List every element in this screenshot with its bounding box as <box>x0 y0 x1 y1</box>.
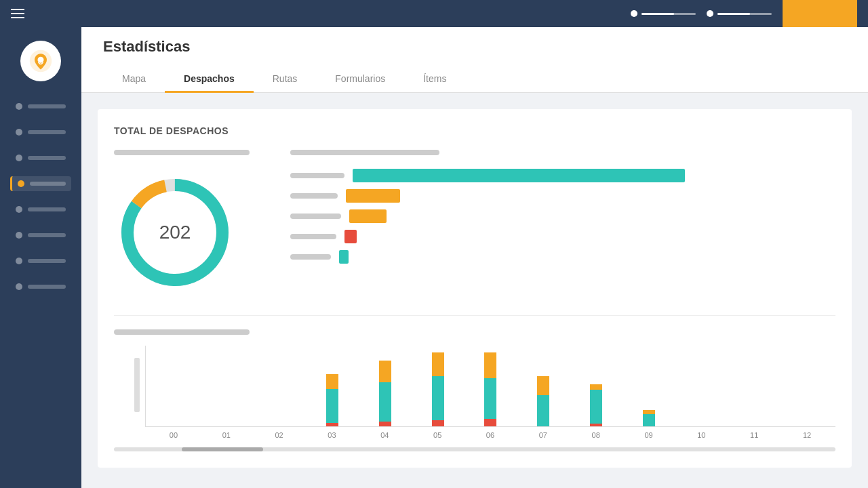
topbar-control-2 <box>707 10 772 17</box>
hbar-bar-1 <box>353 169 685 182</box>
sidebar-dot-3 <box>16 155 22 161</box>
vbar-group-06 <box>465 352 517 426</box>
vbar-teal-04 <box>379 382 391 422</box>
sidebar-line-1 <box>28 104 66 108</box>
sidebar-line-5 <box>28 207 66 211</box>
sidebar-item-6[interactable] <box>10 228 71 243</box>
donut-label-bar <box>114 150 250 155</box>
bottom-section: 00 01 02 03 04 05 06 07 08 09 10 <box>114 315 835 451</box>
topbar <box>0 0 868 27</box>
tabs: Mapa Despachos Rutas Formularios Ítems <box>103 66 846 92</box>
sidebar-line-2 <box>28 130 66 134</box>
vbar-red-04 <box>379 422 391 426</box>
vbar-yellow-08 <box>590 384 602 390</box>
sidebar-dot-4 <box>18 180 24 187</box>
x-label-04: 04 <box>359 431 410 439</box>
vbar-bars <box>145 346 835 427</box>
horizontal-bars <box>290 169 835 264</box>
vbar-red-08 <box>590 424 602 426</box>
scroll-thumb[interactable] <box>182 447 263 451</box>
page-header: Estadísticas Mapa Despachos Rutas Formul… <box>81 27 868 93</box>
hbar-label-4 <box>290 234 336 239</box>
hbar-label-3 <box>290 214 341 219</box>
hbar-label-1 <box>290 173 344 178</box>
page-title: Estadísticas <box>103 38 846 56</box>
x-label-03: 03 <box>307 431 358 439</box>
vbar-teal-09 <box>643 414 655 426</box>
tab-items[interactable]: Ítems <box>404 66 465 93</box>
vbar-yellow-05 <box>432 352 444 376</box>
vbar-teal-05 <box>432 376 444 420</box>
topbar-slider-1[interactable] <box>642 13 696 15</box>
scroll-track[interactable] <box>114 447 835 451</box>
sidebar-item-3[interactable] <box>10 150 71 165</box>
sidebar-dot-7 <box>16 258 22 264</box>
tab-mapa[interactable]: Mapa <box>103 66 165 93</box>
vbar-yellow-03 <box>326 374 338 389</box>
sidebar-item-1[interactable] <box>10 99 71 114</box>
vbar-teal-03 <box>326 389 338 423</box>
sidebar-logo[interactable] <box>20 41 61 81</box>
vbar-group-09 <box>623 410 675 426</box>
hbar-row-4 <box>290 230 835 243</box>
x-label-12: 12 <box>781 431 833 439</box>
sidebar-dot-1 <box>16 103 22 110</box>
topbar-control-1 <box>631 10 696 17</box>
tab-formularios[interactable]: Formularios <box>316 66 404 93</box>
content-area: Estadísticas Mapa Despachos Rutas Formul… <box>81 27 868 488</box>
tab-rutas[interactable]: Rutas <box>254 66 317 93</box>
x-axis-labels: 00 01 02 03 04 05 06 07 08 09 10 <box>145 427 835 439</box>
hbar-row-1 <box>290 169 835 182</box>
x-label-00: 00 <box>148 431 199 439</box>
svg-point-1 <box>38 57 44 63</box>
x-label-02: 02 <box>254 431 305 439</box>
vbar-yellow-04 <box>379 361 391 382</box>
donut-value: 202 <box>159 222 191 243</box>
topbar-left <box>11 9 24 18</box>
sidebar-dot-6 <box>16 232 22 239</box>
x-label-10: 10 <box>675 431 727 439</box>
hbar-bar-4 <box>344 230 357 243</box>
x-label-07: 07 <box>517 431 569 439</box>
sidebar-item-2[interactable] <box>10 125 71 140</box>
sidebar-dot-8 <box>16 283 22 290</box>
stats-card: TOTAL DE DESPACHOS <box>98 109 852 468</box>
tab-despachos[interactable]: Despachos <box>165 66 254 93</box>
topbar-dot-1 <box>631 10 637 17</box>
x-label-08: 08 <box>570 431 622 439</box>
sidebar-item-5[interactable] <box>10 202 71 217</box>
x-label-09: 09 <box>623 431 675 439</box>
topbar-slider-2[interactable] <box>717 13 772 15</box>
hbar-bar-2 <box>346 189 400 203</box>
bar-chart-area <box>290 150 835 293</box>
section-title: TOTAL DE DESPACHOS <box>114 125 835 136</box>
vbar-group-03 <box>307 374 358 426</box>
sidebar-line-4 <box>30 182 66 186</box>
sidebar <box>0 27 81 488</box>
sidebar-item-4[interactable] <box>10 176 71 191</box>
x-label-11: 11 <box>728 431 780 439</box>
sidebar-dot-2 <box>16 129 22 136</box>
hbar-row-2 <box>290 189 835 203</box>
topbar-orange-button[interactable] <box>783 0 857 27</box>
topbar-right <box>631 0 857 27</box>
top-section: 202 <box>114 150 835 293</box>
vbar-yellow-06 <box>484 352 496 378</box>
sidebar-line-7 <box>28 259 66 263</box>
sidebar-item-8[interactable] <box>10 279 71 294</box>
hbar-label-5 <box>290 254 331 260</box>
topbar-dot-2 <box>707 10 713 17</box>
vbar-red-03 <box>326 423 338 426</box>
hamburger-icon[interactable] <box>11 9 24 18</box>
sidebar-line-8 <box>28 285 66 289</box>
vbar-group-08 <box>570 384 622 426</box>
vbar-group-05 <box>412 352 464 426</box>
hbar-row-3 <box>290 209 835 223</box>
hbar-bar-3 <box>349 209 387 223</box>
x-label-06: 06 <box>465 431 516 439</box>
sidebar-item-7[interactable] <box>10 253 71 268</box>
donut-area: 202 <box>114 150 263 293</box>
vbar-teal-08 <box>590 390 602 424</box>
y-axis-bar <box>134 358 140 412</box>
sidebar-line-6 <box>28 233 66 237</box>
